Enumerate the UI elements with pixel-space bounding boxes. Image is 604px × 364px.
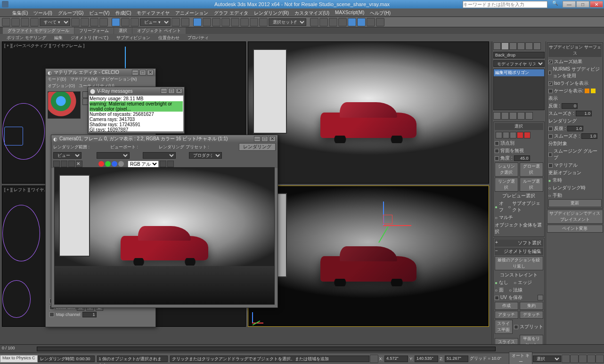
- selset-dropdown[interactable]: 選択セット作成: [269, 18, 306, 26]
- tab-utilities-icon[interactable]: [533, 42, 541, 50]
- render-output[interactable]: [54, 167, 275, 305]
- config-icon[interactable]: [525, 112, 533, 120]
- attach-button[interactable]: アタッチ: [495, 311, 518, 319]
- clone-icon[interactable]: [68, 161, 75, 167]
- pin-stack-icon[interactable]: [493, 112, 501, 120]
- cons-edge[interactable]: エッジ: [518, 279, 532, 286]
- mat-menu-options[interactable]: オプション(O): [48, 83, 75, 89]
- mat-check[interactable]: [548, 163, 553, 168]
- material-preview-slot[interactable]: [48, 91, 81, 119]
- tab-motion-icon[interactable]: [517, 42, 525, 50]
- shrink-button[interactable]: シュリンク選択: [495, 162, 518, 177]
- viewport-camera-realistic[interactable]: [ + ][ Camera01 ][ リアリスティック ]: [248, 186, 489, 327]
- maxscript-tab[interactable]: Max to Physics C: [0, 355, 38, 363]
- vfb-icon[interactable]: [167, 161, 174, 167]
- ribbon-tab-selection[interactable]: 選択: [114, 27, 132, 34]
- by-angle-check[interactable]: [495, 156, 499, 161]
- keymode-dropdown[interactable]: 選択: [533, 356, 561, 362]
- r-iter-input[interactable]: [567, 126, 583, 131]
- channel-r-icon[interactable]: [98, 161, 104, 167]
- maximize-button[interactable]: □: [576, 1, 589, 8]
- isoline-check[interactable]: [548, 81, 553, 86]
- select-icon[interactable]: [71, 18, 80, 26]
- schematic-icon[interactable]: [329, 18, 337, 26]
- viewport-camera-shaded[interactable]: [248, 41, 489, 184]
- channel-a-icon[interactable]: [118, 161, 124, 167]
- menu-rendering[interactable]: レンダリング(R): [251, 8, 292, 16]
- loop-button[interactable]: ループ選択: [520, 178, 543, 192]
- toggle-ui-icon[interactable]: [160, 161, 166, 167]
- ribbon-geom[interactable]: ジオメトリ (すべて): [67, 34, 113, 41]
- mat-menu-nav[interactable]: ナビゲーション(N): [101, 76, 137, 83]
- mirror-icon[interactable]: [240, 18, 249, 26]
- ribbon-tab-modeling[interactable]: グラファイト モデリング ツール: [3, 27, 74, 34]
- angle-snap-icon[interactable]: [203, 18, 211, 26]
- undo-icon[interactable]: [2, 18, 10, 26]
- modifier-list-dropdown[interactable]: モディファイヤ リスト: [493, 60, 545, 67]
- preview-subobj[interactable]: サブオブジェクト: [512, 200, 543, 213]
- cage-color-1[interactable]: [585, 89, 589, 93]
- ignore-backface-check[interactable]: [495, 149, 499, 153]
- coord-z-field[interactable]: 51.267": [445, 356, 468, 362]
- percent-snap-icon[interactable]: [212, 18, 220, 26]
- update-button[interactable]: 更新: [548, 199, 602, 207]
- poly-subobj-icon[interactable]: [517, 132, 523, 138]
- mat-menu-mode[interactable]: モード(D): [48, 76, 66, 83]
- menu-create[interactable]: 作成(C): [113, 8, 134, 16]
- coord-x-field[interactable]: 4.572": [384, 356, 408, 362]
- print-icon[interactable]: ✕: [76, 161, 82, 167]
- play-start-icon[interactable]: [562, 355, 570, 363]
- cons-none[interactable]: なし: [499, 279, 508, 286]
- channel-b-icon[interactable]: [112, 161, 117, 167]
- selection-rollout-title[interactable]: 選択: [495, 123, 543, 130]
- menu-help[interactable]: ヘルプ(H): [367, 8, 393, 16]
- play-next-icon[interactable]: [587, 355, 596, 363]
- ribbon-props[interactable]: プロパティ: [184, 34, 212, 41]
- collapse-button[interactable]: 集約: [520, 302, 543, 310]
- ribbon-align[interactable]: 位置合わせ: [155, 34, 183, 41]
- tab-modify-icon[interactable]: [501, 42, 509, 50]
- element-subobj-icon[interactable]: [524, 132, 531, 138]
- preview-off[interactable]: オフ: [499, 200, 506, 213]
- coord-y-field[interactable]: 140.535": [415, 356, 438, 362]
- render-prod-icon[interactable]: [367, 18, 375, 26]
- autokey-button[interactable]: オート キー: [509, 352, 532, 364]
- channel-dropdown[interactable]: RGB アルファ: [128, 161, 159, 168]
- ribbon-poly[interactable]: ポリゴン モデリング: [3, 34, 50, 41]
- grow-button[interactable]: グロー選択: [520, 162, 543, 177]
- update-always[interactable]: 常時: [553, 177, 562, 184]
- save-image-icon[interactable]: [53, 161, 60, 167]
- editgeom-rollout[interactable]: ジオメトリを編集: [504, 249, 541, 254]
- render-frame-icon[interactable]: [357, 18, 366, 26]
- rotate-icon[interactable]: [121, 18, 130, 26]
- create-button[interactable]: 作成: [495, 302, 518, 310]
- slice-button[interactable]: スライス: [495, 338, 518, 345]
- r-smooth-check[interactable]: [548, 134, 553, 138]
- preserve-uv-check[interactable]: [495, 296, 499, 300]
- sliceplane-button[interactable]: スライス平面: [495, 320, 513, 334]
- remove-mod-icon[interactable]: [517, 112, 525, 120]
- by-vertex-check[interactable]: [495, 141, 499, 146]
- vray-titlebar[interactable]: ⬤ V-Ray messages — □ ✕: [88, 87, 184, 95]
- show-cage-check[interactable]: [548, 89, 553, 93]
- spinner-snap-icon[interactable]: [221, 18, 230, 26]
- layers-icon[interactable]: [259, 18, 268, 26]
- map-channel-check[interactable]: [49, 312, 54, 317]
- tab-hierarchy-icon[interactable]: [509, 42, 517, 50]
- filter-dropdown[interactable]: すべて ▾: [40, 18, 70, 26]
- render-area-dropdown[interactable]: ビュー: [53, 152, 82, 159]
- vray-log[interactable]: Memory usage: 28.11 MB warning: Material…: [89, 96, 183, 131]
- ring-button[interactable]: リング選択: [495, 178, 518, 192]
- preview-multi[interactable]: マルチ: [499, 214, 513, 221]
- tab-create-icon[interactable]: [493, 42, 501, 50]
- edge-subobj-icon[interactable]: [503, 132, 509, 138]
- menu-view[interactable]: ビュー(V): [86, 8, 112, 16]
- mat-max-icon[interactable]: □: [139, 70, 146, 75]
- minimize-button[interactable]: —: [563, 1, 576, 8]
- object-name-field[interactable]: Back_drop: [493, 52, 545, 58]
- smooth-result-check[interactable]: [548, 60, 553, 64]
- render-max-icon[interactable]: □: [261, 136, 268, 142]
- mat-close-icon[interactable]: ✕: [147, 70, 154, 75]
- preserve-uv-settings-icon[interactable]: [538, 295, 543, 300]
- render-frame-window[interactable]: ◐ Camera01, フレーム 0, ガンマ表示 : 2.2, RGBA カラ…: [51, 135, 278, 308]
